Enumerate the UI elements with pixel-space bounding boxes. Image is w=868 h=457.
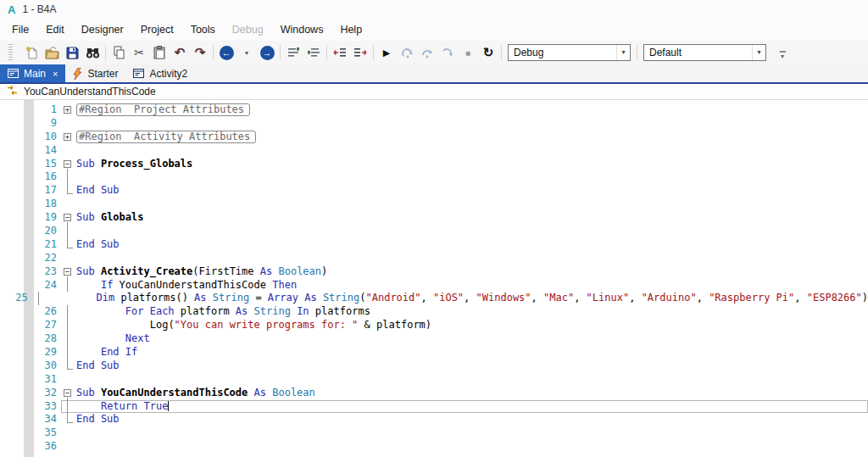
expand-region-icon[interactable]: + <box>64 106 71 114</box>
find-button[interactable] <box>82 42 103 63</box>
code-line[interactable]: 35 <box>0 426 868 440</box>
redo-button[interactable]: ↷ <box>190 42 210 63</box>
code-text[interactable]: If YouCanUnderstandThisCode Then <box>76 279 868 293</box>
menu-windows[interactable]: Windows <box>272 20 332 39</box>
code-line[interactable]: 18 <box>0 198 868 211</box>
collapse-region-icon[interactable]: − <box>64 160 71 168</box>
save-button[interactable] <box>62 42 82 63</box>
code-text[interactable] <box>76 117 868 131</box>
indent-button[interactable] <box>350 42 370 63</box>
new-project-button[interactable] <box>21 42 42 63</box>
undo-button[interactable]: ↶ <box>170 42 190 63</box>
code-line[interactable]: 29 End If <box>0 346 868 359</box>
fold-margin[interactable]: − <box>61 387 76 400</box>
expand-region-icon[interactable]: + <box>64 133 71 141</box>
code-text[interactable]: #Region Activity Attributes <box>76 131 868 144</box>
code-text[interactable]: Next <box>76 332 868 346</box>
collapse-region-icon[interactable]: − <box>64 389 71 397</box>
menu-tools[interactable]: Tools <box>182 20 224 39</box>
code-navigation-bar[interactable]: YouCanUnderstandThisCode <box>0 84 868 100</box>
code-text[interactable]: End Sub <box>76 184 868 198</box>
code-text[interactable]: Sub YouCanUnderstandThisCode As Boolean <box>76 387 868 400</box>
navigate-back-dropdown[interactable]: ▾ <box>236 42 257 63</box>
fold-margin[interactable]: + <box>61 103 76 117</box>
copy-button[interactable] <box>108 42 129 63</box>
code-text[interactable]: Sub Activity_Create(FirstTime As Boolean… <box>76 265 868 279</box>
menu-help[interactable]: Help <box>331 20 370 39</box>
code-text[interactable] <box>76 170 868 184</box>
tab-activity2[interactable]: Activity2 <box>125 64 195 82</box>
navigate-forward-button[interactable]: → <box>257 42 277 63</box>
step-into-button[interactable] <box>437 42 458 63</box>
tab-main[interactable]: Main× <box>0 64 65 82</box>
code-text[interactable]: End Sub <box>76 238 868 252</box>
collapse-region-icon[interactable]: − <box>64 268 71 276</box>
code-text[interactable]: End Sub <box>76 413 868 426</box>
close-tab-icon[interactable]: × <box>53 69 58 79</box>
code-text[interactable]: End If <box>76 346 868 359</box>
code-line[interactable]: 10+#Region Activity Attributes <box>0 131 868 144</box>
code-text[interactable]: Return True <box>76 400 868 414</box>
code-line[interactable]: 28 Next <box>0 332 868 346</box>
cut-button[interactable]: ✂ <box>129 42 149 63</box>
comment-button[interactable] <box>283 42 303 63</box>
code-text[interactable]: Dim platforms() As String = Array As Str… <box>47 292 868 305</box>
code-editor[interactable]: 1+#Region Project Attributes910+#Region … <box>0 100 868 457</box>
menu-project[interactable]: Project <box>132 20 182 39</box>
menu-designer[interactable]: Designer <box>73 20 132 39</box>
code-text[interactable] <box>76 440 868 454</box>
step-over-button[interactable] <box>417 42 437 63</box>
navigate-back-button[interactable]: ← <box>216 42 236 63</box>
collapsed-region-box[interactable]: #Region Activity Attributes <box>76 131 256 143</box>
tab-starter[interactable]: Starter <box>65 64 125 82</box>
code-line[interactable]: 20 <box>0 225 868 238</box>
code-line[interactable]: 26 For Each platform As String In platfo… <box>0 305 868 319</box>
stop-button[interactable]: ■ <box>458 42 478 63</box>
code-line[interactable]: 30End Sub <box>0 359 868 373</box>
rebuild-button[interactable]: ↻ <box>478 42 498 63</box>
build-configuration-select[interactable]: Default▾ <box>643 44 766 61</box>
code-line[interactable]: 1+#Region Project Attributes <box>0 103 868 117</box>
code-line[interactable]: 36 <box>0 440 868 454</box>
code-line[interactable]: 31 <box>0 373 868 387</box>
code-line[interactable]: 34End Sub <box>0 413 868 426</box>
run-button[interactable]: ▶ <box>376 42 397 63</box>
outdent-button[interactable] <box>330 42 350 63</box>
collapsed-region-box[interactable]: #Region Project Attributes <box>76 103 250 116</box>
code-line[interactable]: 32−Sub YouCanUnderstandThisCode As Boole… <box>0 387 868 400</box>
chevron-down-icon[interactable]: ▾ <box>616 45 630 60</box>
resume-button[interactable] <box>397 42 417 63</box>
code-line[interactable]: 33 Return True <box>0 400 868 414</box>
code-line[interactable]: 16 <box>0 170 868 184</box>
menu-file[interactable]: File <box>3 20 37 39</box>
code-line[interactable]: 24 If YouCanUnderstandThisCode Then <box>0 279 868 293</box>
fold-margin[interactable]: + <box>61 131 76 144</box>
code-text[interactable]: Log("You can write programs for: " & pla… <box>76 319 868 332</box>
code-text[interactable] <box>76 198 868 211</box>
fold-margin[interactable]: − <box>61 265 76 279</box>
code-line[interactable]: 21End Sub <box>0 238 868 252</box>
code-line[interactable]: 27 Log("You can write programs for: " & … <box>0 319 868 332</box>
code-line[interactable]: 25 Dim platforms() As String = Array As … <box>0 292 868 305</box>
toolbar-overflow-button[interactable]: ▾ <box>770 42 790 63</box>
code-text[interactable]: For Each platform As String In platforms <box>76 305 868 319</box>
open-project-button[interactable] <box>42 42 62 63</box>
code-line[interactable]: 17End Sub <box>0 184 868 198</box>
code-line[interactable]: 22 <box>0 252 868 265</box>
menu-edit[interactable]: Edit <box>37 20 73 39</box>
code-line[interactable]: 9 <box>0 117 868 131</box>
code-text[interactable] <box>76 144 868 158</box>
code-text[interactable]: Sub Process_Globals <box>76 158 868 171</box>
code-text[interactable]: Sub Globals <box>76 211 868 225</box>
build-mode-select[interactable]: Debug▾ <box>508 44 631 61</box>
uncomment-button[interactable] <box>303 42 324 63</box>
code-text[interactable] <box>76 373 868 387</box>
fold-margin[interactable]: − <box>61 211 76 225</box>
code-text[interactable] <box>76 426 868 440</box>
code-text[interactable]: End Sub <box>76 359 868 373</box>
code-text[interactable] <box>76 225 868 238</box>
code-line[interactable]: 23−Sub Activity_Create(FirstTime As Bool… <box>0 265 868 279</box>
chevron-down-icon[interactable]: ▾ <box>752 45 765 60</box>
code-text[interactable] <box>76 252 868 265</box>
fold-margin[interactable]: − <box>61 158 76 171</box>
